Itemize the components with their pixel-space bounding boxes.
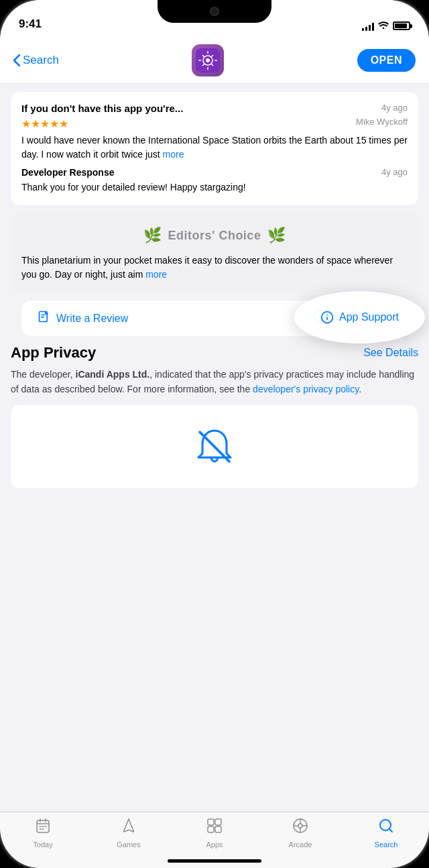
- review-time: 4y ago: [381, 103, 408, 113]
- tab-games[interactable]: Games: [86, 818, 172, 849]
- editors-choice-more-link[interactable]: more: [145, 269, 167, 280]
- svg-rect-18: [208, 826, 214, 832]
- app-support-button[interactable]: App Support: [313, 310, 391, 327]
- tab-search[interactable]: Search: [343, 818, 429, 849]
- privacy-see-details-link[interactable]: See Details: [363, 347, 418, 359]
- search-icon: [378, 818, 394, 838]
- write-review-label: Write a Review: [56, 313, 128, 325]
- dev-response-title: Developer Response: [21, 167, 115, 178]
- games-label: Games: [117, 840, 140, 849]
- write-review-button[interactable]: Write a Review: [38, 310, 128, 327]
- tab-today[interactable]: Today: [0, 818, 86, 849]
- developer-name: iCandi Apps Ltd.: [76, 369, 150, 380]
- write-review-icon: [38, 310, 51, 327]
- signal-bars-icon: [362, 21, 374, 31]
- review-body: I would have never known the Internation…: [21, 133, 408, 162]
- dev-response-time: 4y ago: [381, 167, 408, 178]
- apps-icon: [206, 818, 223, 838]
- privacy-header: App Privacy See Details: [11, 344, 418, 362]
- dev-response-header: Developer Response 4y ago: [21, 167, 408, 178]
- privacy-icon-card: [11, 405, 418, 488]
- svg-rect-16: [208, 819, 214, 825]
- review-more-link[interactable]: more: [163, 149, 184, 160]
- action-row-wrapper: Write a Review App Support: [11, 301, 418, 336]
- editors-choice-header: 🌿 Editors' Choice 🌿: [21, 227, 408, 244]
- app-support-icon: [313, 310, 326, 327]
- back-button[interactable]: Search: [13, 54, 59, 67]
- svg-point-21: [298, 824, 302, 828]
- home-indicator: [168, 859, 261, 863]
- open-button[interactable]: OPEN: [357, 49, 416, 72]
- camera: [210, 7, 219, 16]
- svg-line-27: [389, 829, 392, 832]
- app-icon: [192, 44, 224, 76]
- privacy-policy-link[interactable]: developer's privacy policy: [253, 384, 359, 394]
- app-support-label: App Support: [332, 313, 391, 325]
- arcade-icon: [292, 818, 308, 838]
- status-icons: [362, 21, 410, 31]
- review-stars: ★★★★★: [21, 117, 68, 130]
- review-author: Mike Wyckoff: [356, 117, 408, 127]
- apps-label: Apps: [206, 840, 223, 849]
- dev-response-body: Thank you for your detailed review! Happ…: [21, 180, 408, 195]
- svg-rect-19: [215, 826, 221, 832]
- editors-choice-label: Editors' Choice: [168, 229, 261, 243]
- editors-choice-description: This planetarium in your pocket makes it…: [21, 254, 408, 282]
- nav-bar: Search OPEN: [0, 36, 429, 84]
- battery-fill: [395, 23, 407, 28]
- no-tracking-icon: [193, 425, 236, 468]
- search-label: Search: [375, 840, 398, 849]
- laurel-right-icon: 🌿: [267, 227, 286, 244]
- stars-row: ★★★★★ Mike Wyckoff: [21, 117, 408, 132]
- today-label: Today: [33, 840, 52, 849]
- phone-frame: 9:41 Search: [0, 0, 429, 868]
- review-card: If you don't have this app you're... 4y …: [11, 92, 418, 205]
- signal-bar-2: [365, 27, 367, 31]
- phone-screen: 9:41 Search: [0, 0, 429, 868]
- signal-bar-3: [369, 25, 371, 31]
- status-time: 9:41: [19, 17, 42, 31]
- action-row: Write a Review App Support: [21, 301, 408, 336]
- notch: [158, 0, 271, 23]
- arcade-label: Arcade: [289, 840, 312, 849]
- review-header: If you don't have this app you're... 4y …: [21, 103, 408, 114]
- privacy-title: App Privacy: [11, 344, 96, 362]
- svg-point-6: [206, 58, 210, 62]
- wifi-icon: [378, 21, 389, 31]
- tab-apps[interactable]: Apps: [172, 818, 257, 849]
- svg-rect-17: [215, 819, 221, 825]
- editors-choice-card: 🌿 Editors' Choice 🌿 This planetarium in …: [11, 213, 418, 292]
- review-title: If you don't have this app you're...: [21, 103, 381, 114]
- today-icon: [35, 818, 51, 838]
- scroll-content: If you don't have this app you're... 4y …: [0, 84, 429, 820]
- signal-bar-1: [362, 28, 364, 31]
- privacy-body: The developer, iCandi Apps Ltd., indicat…: [11, 367, 418, 397]
- tab-arcade[interactable]: Arcade: [257, 818, 343, 849]
- privacy-section: App Privacy See Details The developer, i…: [0, 344, 429, 496]
- battery-icon: [393, 21, 410, 30]
- back-label: Search: [23, 54, 59, 67]
- signal-bar-4: [372, 23, 374, 31]
- laurel-left-icon: 🌿: [143, 227, 162, 244]
- games-icon: [121, 818, 137, 838]
